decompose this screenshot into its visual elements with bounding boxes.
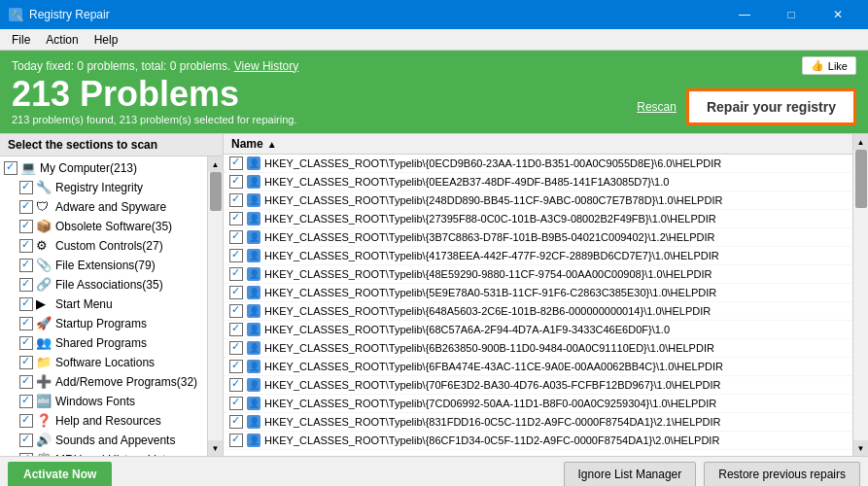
row-checkbox[interactable] — [229, 397, 243, 410]
like-button[interactable]: 👍 Like — [802, 56, 856, 75]
sidebar-item[interactable]: 📦Obsolete Software(35) — [0, 217, 207, 236]
activate-button[interactable]: Activate Now — [8, 462, 112, 487]
sidebar-item-label: Start Menu — [55, 297, 203, 311]
table-row[interactable]: 👤HKEY_CLASSES_ROOT\Typelib\{831FDD16-0C5… — [224, 413, 852, 432]
sidebar-checkbox[interactable] — [19, 239, 33, 253]
sidebar-item[interactable]: 👥Shared Programs — [0, 333, 207, 353]
close-button[interactable]: ✕ — [816, 0, 860, 29]
sidebar-checkbox[interactable] — [19, 453, 33, 456]
rescan-link[interactable]: Rescan — [637, 100, 677, 114]
table-row[interactable]: 👤HKEY_CLASSES_ROOT\Typelib\{3B7C8863-D78… — [224, 228, 852, 247]
row-checkbox[interactable] — [229, 360, 243, 373]
table-row[interactable]: 👤HKEY_CLASSES_ROOT\Typelib\{6FBA474E-43A… — [224, 358, 852, 376]
sidebar-list: 💻My Computer(213)🔧Registry Integrity🛡Adw… — [0, 156, 207, 456]
sidebar-checkbox[interactable] — [19, 278, 33, 292]
row-checkbox[interactable] — [229, 212, 243, 226]
table-scroll-down[interactable]: ▼ — [853, 440, 869, 456]
row-checkbox[interactable] — [229, 230, 243, 244]
row-text: HKEY_CLASSES_ROOT\Typelib\{6B263850-900B… — [264, 342, 714, 354]
row-checkbox[interactable] — [229, 341, 243, 355]
table-scroll-up[interactable]: ▲ — [853, 134, 869, 150]
sidebar-item[interactable]: ⚙Custom Controls(27) — [0, 236, 207, 256]
sidebar-item[interactable]: 📋MRU and History Lists — [0, 450, 207, 456]
sidebar-checkbox[interactable] — [19, 414, 33, 428]
table-body: 👤HKEY_CLASSES_ROOT\Typelib\{0ECD9B60-23A… — [224, 155, 852, 456]
row-checkbox[interactable] — [229, 286, 243, 299]
sidebar-checkbox[interactable] — [4, 161, 17, 175]
menu-action[interactable]: Action — [38, 31, 86, 49]
row-checkbox[interactable] — [229, 193, 243, 207]
sidebar-item-icon: ▶ — [36, 296, 52, 312]
sidebar-checkbox[interactable] — [19, 336, 33, 350]
sidebar-checkbox[interactable] — [19, 259, 33, 272]
table-row[interactable]: 👤HKEY_CLASSES_ROOT\Typelib\{68C57A6A-2F9… — [224, 321, 852, 339]
sidebar-item[interactable]: 📎File Extensions(79) — [0, 256, 207, 275]
row-checkbox[interactable] — [229, 249, 243, 262]
sidebar-item-label: Add/Remove Programs(32) — [55, 375, 203, 389]
sidebar-scrollbar[interactable]: ▲ ▼ — [207, 156, 223, 456]
table-row[interactable]: 👤HKEY_CLASSES_ROOT\Typelib\{7CD06992-50A… — [224, 395, 852, 413]
table-scroll-thumb[interactable] — [855, 150, 867, 208]
table-row[interactable]: 👤HKEY_CLASSES_ROOT\Typelib\{27395F88-0C0… — [224, 210, 852, 228]
sidebar-item[interactable]: ▶Start Menu — [0, 295, 207, 314]
sidebar-checkbox[interactable] — [19, 297, 33, 311]
row-checkbox[interactable] — [229, 378, 243, 392]
table-row[interactable]: 👤HKEY_CLASSES_ROOT\Typelib\{248DD890-BB4… — [224, 191, 852, 210]
sidebar-item[interactable]: 🚀Startup Programs — [0, 314, 207, 333]
scroll-down-arrow[interactable]: ▼ — [208, 440, 224, 456]
table-row[interactable]: 👤HKEY_CLASSES_ROOT\Typelib\{48E59290-988… — [224, 265, 852, 284]
row-checkbox[interactable] — [229, 304, 243, 318]
repair-registry-button[interactable]: Repair your registry — [686, 88, 856, 125]
table-row[interactable]: 👤HKEY_CLASSES_ROOT\Typelib\{6B263850-900… — [224, 339, 852, 358]
view-history-link[interactable]: View History — [234, 59, 298, 73]
restore-repairs-button[interactable]: Restore previous repairs — [704, 462, 860, 487]
table-row[interactable]: 👤HKEY_CLASSES_ROOT\Typelib\{86CF1D34-0C5… — [224, 432, 852, 450]
menu-file[interactable]: File — [4, 31, 38, 49]
sidebar-checkbox[interactable] — [19, 356, 33, 369]
table-row[interactable]: 👤HKEY_CLASSES_ROOT\Typelib\{70F6E3D2-BA3… — [224, 376, 852, 395]
sidebar-item-label: MRU and History Lists — [55, 453, 203, 456]
problems-subtitle: 213 problem(s) found, 213 problem(s) sel… — [12, 114, 296, 125]
row-checkbox[interactable] — [229, 267, 243, 281]
sidebar-checkbox[interactable] — [19, 181, 33, 194]
row-text: HKEY_CLASSES_ROOT\Typelib\{70F6E3D2-BA30… — [264, 379, 721, 391]
sidebar-item[interactable]: 🔗File Associations(35) — [0, 275, 207, 295]
sidebar-item-icon: ❓ — [36, 413, 52, 429]
scroll-thumb[interactable] — [210, 172, 222, 211]
minimize-button[interactable]: — — [722, 0, 767, 29]
sidebar-item[interactable]: ➕Add/Remove Programs(32) — [0, 372, 207, 392]
row-text: HKEY_CLASSES_ROOT\Typelib\{648A5603-2C6E… — [264, 305, 711, 317]
row-checkbox[interactable] — [229, 156, 243, 170]
table-scrollbar[interactable]: ▲ ▼ — [852, 134, 868, 456]
row-text: HKEY_CLASSES_ROOT\Typelib\{831FDD16-0C5C… — [264, 416, 721, 428]
sidebar-item[interactable]: 💻My Computer(213) — [0, 158, 207, 178]
sidebar-checkbox[interactable] — [19, 220, 33, 233]
sidebar-checkbox[interactable] — [19, 375, 33, 389]
sidebar-item[interactable]: 📁Software Locations — [0, 353, 207, 372]
sidebar-checkbox[interactable] — [19, 434, 33, 447]
sidebar-item[interactable]: 🛡Adware and Spyware — [0, 197, 207, 217]
row-icon: 👤 — [247, 378, 260, 392]
sidebar-checkbox[interactable] — [19, 200, 33, 214]
table-row[interactable]: 👤HKEY_CLASSES_ROOT\Typelib\{648A5603-2C6… — [224, 302, 852, 321]
menu-help[interactable]: Help — [87, 31, 126, 49]
table-row[interactable]: 👤HKEY_CLASSES_ROOT\Typelib\{0ECD9B60-23A… — [224, 155, 852, 173]
row-checkbox[interactable] — [229, 434, 243, 447]
sidebar-item[interactable]: ❓Help and Resources — [0, 411, 207, 431]
sidebar-item[interactable]: 🔤Windows Fonts — [0, 392, 207, 411]
row-icon: 👤 — [247, 434, 260, 447]
sidebar-item[interactable]: 🔧Registry Integrity — [0, 178, 207, 197]
scroll-up-arrow[interactable]: ▲ — [208, 156, 224, 172]
sidebar-item-icon: 📎 — [36, 258, 52, 273]
ignore-list-button[interactable]: Ignore List Manager — [564, 462, 697, 487]
row-checkbox[interactable] — [229, 175, 243, 189]
table-row[interactable]: 👤HKEY_CLASSES_ROOT\Typelib\{5E9E78A0-531… — [224, 284, 852, 302]
sidebar-item[interactable]: 🔊Sounds and Appevents — [0, 431, 207, 450]
sidebar-checkbox[interactable] — [19, 395, 33, 408]
table-row[interactable]: 👤HKEY_CLASSES_ROOT\Typelib\{41738EEA-442… — [224, 247, 852, 265]
sidebar-checkbox[interactable] — [19, 317, 33, 330]
table-row[interactable]: 👤HKEY_CLASSES_ROOT\Typelib\{0EEA2B37-48D… — [224, 173, 852, 191]
row-checkbox[interactable] — [229, 323, 243, 336]
row-checkbox[interactable] — [229, 415, 243, 429]
maximize-button[interactable]: □ — [769, 0, 814, 29]
